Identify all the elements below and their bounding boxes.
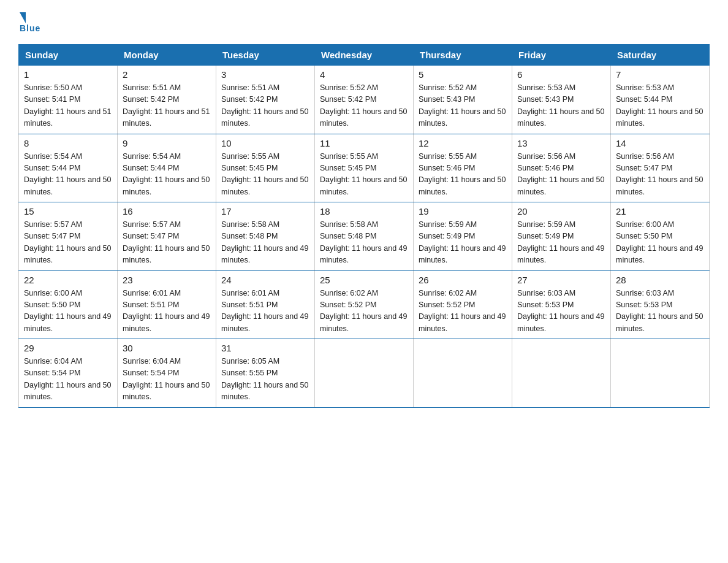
calendar-day-cell: 23 Sunrise: 6:01 AM Sunset: 5:51 PM Dayl… bbox=[118, 270, 216, 339]
calendar-day-cell: 22 Sunrise: 6:00 AM Sunset: 5:50 PM Dayl… bbox=[19, 270, 118, 339]
calendar-day-cell: 17 Sunrise: 5:58 AM Sunset: 5:48 PM Dayl… bbox=[216, 202, 315, 271]
day-number: 20 bbox=[517, 206, 605, 216]
day-number: 27 bbox=[517, 275, 605, 285]
calendar-day-cell: 21 Sunrise: 6:00 AM Sunset: 5:50 PM Dayl… bbox=[611, 202, 710, 271]
calendar-day-cell bbox=[414, 339, 512, 408]
calendar-day-cell: 12 Sunrise: 5:55 AM Sunset: 5:46 PM Dayl… bbox=[414, 134, 512, 202]
day-number: 19 bbox=[419, 206, 507, 216]
day-info: Sunrise: 5:54 AM Sunset: 5:44 PM Dayligh… bbox=[24, 151, 112, 199]
calendar-header-tuesday: Tuesday bbox=[216, 45, 315, 66]
calendar-day-cell: 24 Sunrise: 6:01 AM Sunset: 5:51 PM Dayl… bbox=[216, 270, 315, 339]
logo-triangle-icon bbox=[20, 12, 26, 23]
day-number: 6 bbox=[517, 69, 605, 80]
calendar-day-cell: 14 Sunrise: 5:56 AM Sunset: 5:47 PM Dayl… bbox=[611, 134, 710, 202]
day-number: 15 bbox=[24, 206, 112, 216]
calendar-day-cell: 9 Sunrise: 5:54 AM Sunset: 5:44 PM Dayli… bbox=[118, 134, 216, 202]
day-number: 29 bbox=[24, 343, 112, 353]
calendar-day-cell: 18 Sunrise: 5:58 AM Sunset: 5:48 PM Dayl… bbox=[315, 202, 414, 271]
day-info: Sunrise: 6:04 AM Sunset: 5:54 PM Dayligh… bbox=[123, 356, 211, 404]
day-info: Sunrise: 5:55 AM Sunset: 5:46 PM Dayligh… bbox=[419, 151, 507, 199]
calendar-header-monday: Monday bbox=[118, 45, 216, 66]
day-number: 17 bbox=[221, 206, 309, 216]
day-info: Sunrise: 5:53 AM Sunset: 5:44 PM Dayligh… bbox=[616, 82, 704, 130]
day-info: Sunrise: 5:54 AM Sunset: 5:44 PM Dayligh… bbox=[123, 151, 211, 199]
day-number: 7 bbox=[616, 69, 704, 80]
day-number: 24 bbox=[221, 275, 309, 285]
calendar-week-row: 15 Sunrise: 5:57 AM Sunset: 5:47 PM Dayl… bbox=[19, 202, 710, 271]
day-info: Sunrise: 6:01 AM Sunset: 5:51 PM Dayligh… bbox=[221, 288, 309, 335]
day-number: 9 bbox=[123, 138, 211, 148]
day-info: Sunrise: 5:51 AM Sunset: 5:42 PM Dayligh… bbox=[221, 82, 309, 130]
calendar-day-cell: 2 Sunrise: 5:51 AM Sunset: 5:42 PM Dayli… bbox=[118, 66, 216, 134]
calendar-week-row: 22 Sunrise: 6:00 AM Sunset: 5:50 PM Dayl… bbox=[19, 270, 710, 339]
calendar-day-cell: 29 Sunrise: 6:04 AM Sunset: 5:54 PM Dayl… bbox=[19, 339, 118, 408]
day-number: 21 bbox=[616, 206, 704, 216]
day-number: 25 bbox=[320, 275, 408, 285]
day-info: Sunrise: 5:52 AM Sunset: 5:42 PM Dayligh… bbox=[320, 82, 408, 130]
calendar-day-cell: 13 Sunrise: 5:56 AM Sunset: 5:46 PM Dayl… bbox=[512, 134, 611, 202]
calendar-day-cell: 30 Sunrise: 6:04 AM Sunset: 5:54 PM Dayl… bbox=[118, 339, 216, 408]
calendar-day-cell: 11 Sunrise: 5:55 AM Sunset: 5:45 PM Dayl… bbox=[315, 134, 414, 202]
calendar-day-cell bbox=[512, 339, 611, 408]
day-info: Sunrise: 6:01 AM Sunset: 5:51 PM Dayligh… bbox=[123, 288, 211, 335]
calendar-day-cell: 20 Sunrise: 5:59 AM Sunset: 5:49 PM Dayl… bbox=[512, 202, 611, 271]
day-number: 28 bbox=[616, 275, 704, 285]
calendar-header-saturday: Saturday bbox=[611, 45, 710, 66]
calendar-day-cell: 7 Sunrise: 5:53 AM Sunset: 5:44 PM Dayli… bbox=[611, 66, 710, 134]
day-info: Sunrise: 5:56 AM Sunset: 5:46 PM Dayligh… bbox=[517, 151, 605, 199]
day-number: 16 bbox=[123, 206, 211, 216]
day-info: Sunrise: 5:55 AM Sunset: 5:45 PM Dayligh… bbox=[221, 151, 309, 199]
calendar-day-cell: 1 Sunrise: 5:50 AM Sunset: 5:41 PM Dayli… bbox=[19, 66, 118, 134]
calendar-day-cell: 6 Sunrise: 5:53 AM Sunset: 5:43 PM Dayli… bbox=[512, 66, 611, 134]
day-number: 26 bbox=[419, 275, 507, 285]
day-number: 14 bbox=[616, 138, 704, 148]
calendar-day-cell: 19 Sunrise: 5:59 AM Sunset: 5:49 PM Dayl… bbox=[414, 202, 512, 271]
calendar-day-cell: 26 Sunrise: 6:02 AM Sunset: 5:52 PM Dayl… bbox=[414, 270, 512, 339]
calendar-day-cell: 28 Sunrise: 6:03 AM Sunset: 5:53 PM Dayl… bbox=[611, 270, 710, 339]
day-number: 4 bbox=[320, 69, 408, 80]
calendar-day-cell: 4 Sunrise: 5:52 AM Sunset: 5:42 PM Dayli… bbox=[315, 66, 414, 134]
day-number: 8 bbox=[24, 138, 112, 148]
calendar-day-cell: 27 Sunrise: 6:03 AM Sunset: 5:53 PM Dayl… bbox=[512, 270, 611, 339]
day-info: Sunrise: 5:59 AM Sunset: 5:49 PM Dayligh… bbox=[419, 219, 507, 267]
day-info: Sunrise: 6:05 AM Sunset: 5:55 PM Dayligh… bbox=[221, 356, 309, 404]
day-info: Sunrise: 5:50 AM Sunset: 5:41 PM Dayligh… bbox=[24, 82, 112, 130]
calendar-day-cell: 16 Sunrise: 5:57 AM Sunset: 5:47 PM Dayl… bbox=[118, 202, 216, 271]
day-info: Sunrise: 6:02 AM Sunset: 5:52 PM Dayligh… bbox=[419, 288, 507, 335]
day-number: 3 bbox=[221, 69, 309, 80]
calendar-day-cell: 31 Sunrise: 6:05 AM Sunset: 5:55 PM Dayl… bbox=[216, 339, 315, 408]
day-info: Sunrise: 6:02 AM Sunset: 5:52 PM Dayligh… bbox=[320, 288, 408, 335]
calendar-header-sunday: Sunday bbox=[19, 45, 118, 66]
calendar-header-row: SundayMondayTuesdayWednesdayThursdayFrid… bbox=[19, 45, 710, 66]
calendar-day-cell: 15 Sunrise: 5:57 AM Sunset: 5:47 PM Dayl… bbox=[19, 202, 118, 271]
page-header: Blue bbox=[18, 12, 710, 33]
calendar-day-cell: 25 Sunrise: 6:02 AM Sunset: 5:52 PM Dayl… bbox=[315, 270, 414, 339]
calendar-day-cell: 5 Sunrise: 5:52 AM Sunset: 5:43 PM Dayli… bbox=[414, 66, 512, 134]
day-info: Sunrise: 5:53 AM Sunset: 5:43 PM Dayligh… bbox=[517, 82, 605, 130]
day-info: Sunrise: 6:00 AM Sunset: 5:50 PM Dayligh… bbox=[616, 219, 704, 267]
day-info: Sunrise: 6:00 AM Sunset: 5:50 PM Dayligh… bbox=[24, 288, 112, 335]
day-number: 2 bbox=[123, 69, 211, 80]
day-number: 23 bbox=[123, 275, 211, 285]
day-number: 1 bbox=[24, 69, 112, 80]
calendar-day-cell: 3 Sunrise: 5:51 AM Sunset: 5:42 PM Dayli… bbox=[216, 66, 315, 134]
calendar-table: SundayMondayTuesdayWednesdayThursdayFrid… bbox=[18, 44, 710, 408]
day-number: 11 bbox=[320, 138, 408, 148]
day-info: Sunrise: 5:51 AM Sunset: 5:42 PM Dayligh… bbox=[123, 82, 211, 130]
day-info: Sunrise: 6:03 AM Sunset: 5:53 PM Dayligh… bbox=[517, 288, 605, 335]
day-number: 31 bbox=[221, 343, 309, 353]
day-number: 12 bbox=[419, 138, 507, 148]
day-info: Sunrise: 5:57 AM Sunset: 5:47 PM Dayligh… bbox=[123, 219, 211, 267]
day-number: 30 bbox=[123, 343, 211, 353]
day-number: 10 bbox=[221, 138, 309, 148]
day-info: Sunrise: 5:57 AM Sunset: 5:47 PM Dayligh… bbox=[24, 219, 112, 267]
day-info: Sunrise: 5:56 AM Sunset: 5:47 PM Dayligh… bbox=[616, 151, 704, 199]
day-info: Sunrise: 5:58 AM Sunset: 5:48 PM Dayligh… bbox=[320, 219, 408, 267]
logo-underline: Blue bbox=[20, 23, 40, 33]
day-number: 18 bbox=[320, 206, 408, 216]
day-info: Sunrise: 5:55 AM Sunset: 5:45 PM Dayligh… bbox=[320, 151, 408, 199]
calendar-week-row: 29 Sunrise: 6:04 AM Sunset: 5:54 PM Dayl… bbox=[19, 339, 710, 408]
calendar-header-wednesday: Wednesday bbox=[315, 45, 414, 66]
calendar-header-friday: Friday bbox=[512, 45, 611, 66]
day-info: Sunrise: 6:04 AM Sunset: 5:54 PM Dayligh… bbox=[24, 356, 112, 404]
